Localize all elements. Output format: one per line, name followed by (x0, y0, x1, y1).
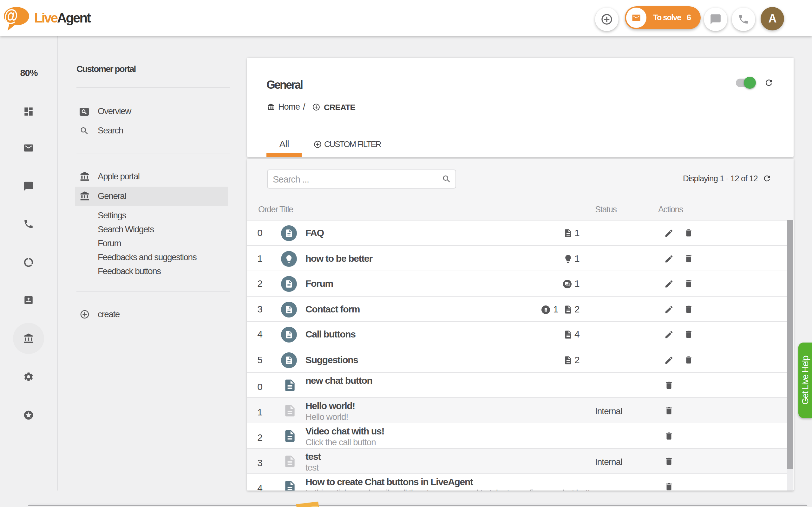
svg-text:@: @ (4, 6, 17, 25)
